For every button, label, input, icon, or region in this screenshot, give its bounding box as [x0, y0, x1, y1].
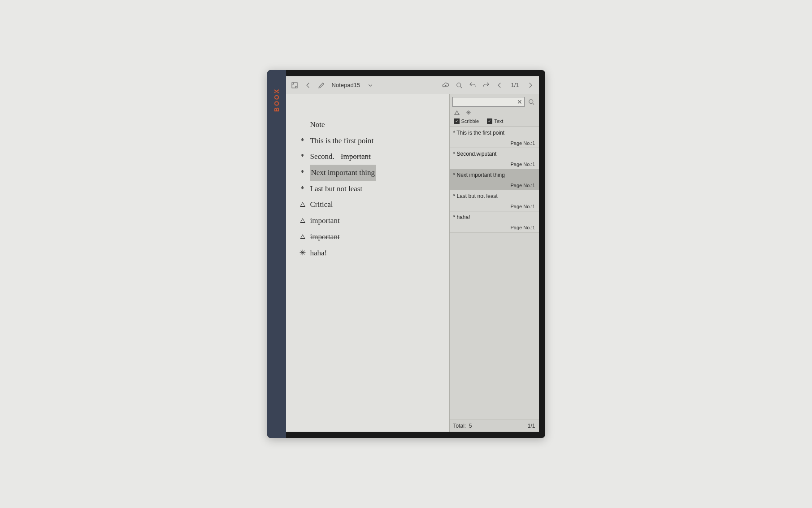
note-line[interactable]: important	[299, 213, 440, 229]
next-page-icon[interactable]	[525, 80, 535, 90]
device-spine: BOOX	[267, 70, 286, 438]
undo-icon[interactable]	[468, 80, 478, 90]
clear-search-icon[interactable]: ✕	[517, 98, 522, 105]
scribble-checkbox-label: Scribble	[461, 118, 479, 124]
svg-point-2	[529, 100, 533, 104]
cloud-sync-icon[interactable]	[441, 80, 451, 90]
search-input[interactable]: ✕	[452, 97, 525, 107]
note-line-text: Next important thing	[310, 165, 376, 181]
search-filters: ✓ Scribble ✓ Text	[450, 117, 539, 127]
chevron-down-icon[interactable]	[365, 80, 375, 90]
search-result-title: * This is the first point	[453, 130, 535, 136]
search-result-title: * Last but not least	[453, 193, 535, 199]
note-line[interactable]: *Next important thing	[299, 165, 440, 181]
toolbar: Notepad15 1/1	[286, 76, 539, 94]
search-result-title: * haha!	[453, 214, 535, 220]
device-frame: BOOX Notepad15	[267, 70, 545, 438]
note-line-text: important	[310, 229, 340, 245]
bullet-icon: *	[299, 165, 307, 181]
search-result-item[interactable]: * haha!Page No.:1	[450, 211, 539, 232]
search-nav-row: ✳	[450, 109, 539, 117]
total-value: 5	[469, 423, 472, 429]
bullet-icon: *	[299, 149, 307, 165]
bullet-icon	[299, 197, 307, 213]
search-result-item[interactable]: * This is the first pointPage No.:1	[450, 127, 539, 148]
note-heading: Note	[299, 117, 440, 133]
notebook-title[interactable]: Notepad15	[332, 82, 360, 88]
bullet-icon	[299, 213, 307, 229]
triangle-filter-icon[interactable]	[454, 110, 460, 115]
note-line-text: Critical	[310, 197, 333, 213]
text-checkbox[interactable]: ✓ Text	[487, 118, 503, 124]
search-result-page: Page No.:1	[453, 204, 535, 209]
svg-rect-0	[292, 83, 297, 88]
search-panel: ✕ ✳ ✓ Scribble ✓	[449, 94, 539, 432]
page-indicator[interactable]: 1/1	[511, 82, 519, 88]
search-footer: Total: 5 1/1	[450, 420, 539, 432]
search-result-item[interactable]: * Second.wiputantPage No.:1	[450, 148, 539, 169]
screen: Notepad15 1/1	[286, 76, 539, 432]
device-brand: BOOX	[273, 88, 280, 112]
note-line[interactable]: *Second.Important	[299, 149, 440, 165]
bullet-icon	[299, 229, 307, 245]
bullet-icon: ✳	[299, 245, 307, 261]
search-submit-icon[interactable]	[526, 97, 536, 107]
search-result-page: Page No.:1	[453, 183, 535, 188]
note-line[interactable]: important	[299, 229, 440, 245]
note-line-text: This is the first point	[310, 133, 374, 149]
asterisk-filter-icon[interactable]: ✳	[466, 110, 471, 115]
search-result-page: Page No.:1	[453, 225, 535, 230]
note-line-text: Last but not least	[310, 181, 363, 197]
note-line-text: important	[310, 213, 340, 229]
total-label: Total:	[453, 423, 466, 429]
search-icon[interactable]	[454, 80, 464, 90]
note-canvas[interactable]: Note *This is the first point*Second.Imp…	[286, 94, 449, 432]
search-result-title: * Second.wiputant	[453, 151, 535, 157]
note-line[interactable]: ✳haha!	[299, 245, 440, 261]
note-line[interactable]: *Last but not least	[299, 181, 440, 197]
pen-icon[interactable]	[317, 80, 326, 90]
note-line-text: haha!	[310, 245, 327, 261]
search-result-list: * This is the first pointPage No.:1* Sec…	[450, 127, 539, 420]
note-line-strike: Important	[341, 149, 371, 165]
search-result-page: Page No.:1	[453, 162, 535, 167]
fullscreen-icon[interactable]	[290, 80, 300, 90]
scribble-checkbox[interactable]: ✓ Scribble	[454, 118, 479, 124]
prev-page-icon[interactable]	[495, 80, 504, 90]
search-result-item[interactable]: * Next important thingPage No.:1	[450, 169, 539, 190]
redo-icon[interactable]	[481, 80, 491, 90]
note-line[interactable]: Critical	[299, 197, 440, 213]
back-icon[interactable]	[303, 80, 313, 90]
note-line[interactable]: *This is the first point	[299, 133, 440, 149]
search-result-page: Page No.:1	[453, 140, 535, 146]
search-result-title: * Next important thing	[453, 172, 535, 178]
search-result-item[interactable]: * Last but not leastPage No.:1	[450, 190, 539, 211]
bullet-icon: *	[299, 181, 307, 197]
search-footer-page: 1/1	[528, 423, 535, 429]
svg-point-1	[457, 83, 461, 87]
note-line-text: Second.	[310, 149, 334, 165]
text-checkbox-label: Text	[494, 118, 503, 124]
bullet-icon: *	[299, 133, 307, 149]
